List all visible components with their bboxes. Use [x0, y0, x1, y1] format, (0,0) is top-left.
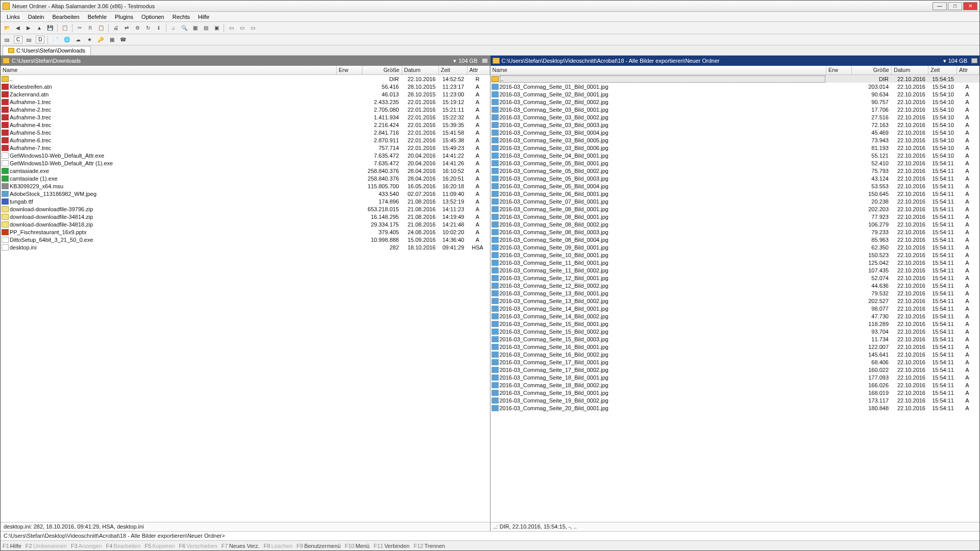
file-row[interactable]: 2016-03_Commag_Seite_08_Bild_0003.jpg79.… — [491, 228, 980, 236]
menu-befehle[interactable]: Befehle — [84, 13, 111, 21]
file-row[interactable]: 2016-03_Commag_Seite_03_Bild_0006.jpg81.… — [491, 144, 980, 152]
file-row[interactable]: 2016-03_Commag_Seite_18_Bild_0001.jpg177… — [491, 373, 980, 381]
file-row[interactable]: 2016-03_Commag_Seite_17_Bild_0001.jpg68.… — [491, 358, 980, 366]
col-date[interactable]: Datum — [892, 66, 928, 74]
file-row[interactable]: Aufnahme-4.trec2.216.42422.01.201615:39:… — [1, 121, 490, 129]
file-row[interactable]: GetWindows10-Web_Default_Attr (1).exe7.6… — [1, 159, 490, 167]
col-size[interactable]: Größe — [852, 66, 892, 74]
drive-icon[interactable] — [971, 58, 977, 63]
tool-forward-icon[interactable]: ▶ — [24, 23, 33, 33]
fkey-f7[interactable]: F7Neues Verz. — [219, 542, 262, 550]
file-row[interactable]: ..DIR22.10.201614:52:52R — [1, 75, 490, 83]
maximize-button[interactable]: □ — [948, 2, 962, 10]
menu-rechts[interactable]: Rechts — [168, 13, 194, 21]
file-row[interactable]: download-downloadfile-34818.zip29.334.17… — [1, 220, 490, 228]
tool-compare-icon[interactable]: ⇄ — [122, 23, 131, 33]
file-row[interactable]: 2016-03_Commag_Seite_13_Bild_0001.jpg79.… — [491, 289, 980, 297]
drive-star-icon[interactable]: ★ — [85, 35, 94, 44]
tool-clipboard-icon[interactable]: 📋 — [60, 23, 69, 33]
drive-ftp-icon[interactable]: ☁ — [74, 35, 83, 44]
file-row[interactable]: 2016-03_Commag_Seite_14_Bild_0001.jpg98.… — [491, 305, 980, 312]
right-filelist[interactable]: ..DIR22.10.201615:54:152016-03_Commag_Se… — [491, 75, 980, 522]
tool-paste-icon[interactable]: 📋 — [96, 23, 106, 33]
tool-home-icon[interactable]: ⌂ — [169, 23, 178, 33]
minimize-button[interactable]: — — [933, 2, 947, 10]
file-row[interactable]: 2016-03_Commag_Seite_13_Bild_0002.jpg202… — [491, 297, 980, 305]
col-name[interactable]: Name — [491, 66, 827, 74]
file-row[interactable]: 2016-03_Commag_Seite_20_Bild_0001.jpg180… — [491, 404, 980, 412]
file-row[interactable]: 2016-03_Commag_Seite_08_Bild_0001.jpg77.… — [491, 213, 980, 220]
file-row[interactable]: GetWindows10-Web_Default_Attr.exe7.635.4… — [1, 152, 490, 159]
tab-left-downloads[interactable]: C:\Users\Stefan\Downloads — [3, 46, 91, 55]
file-row[interactable]: Zackenrand.atn46.01328.10.201511:23:00A — [1, 90, 490, 98]
fkey-f1[interactable]: F1Hilfe — [1, 542, 23, 550]
tool-panel2-icon[interactable]: ▭ — [237, 23, 247, 33]
menu-links[interactable]: Links — [3, 13, 24, 21]
file-row[interactable]: 2016-03_Commag_Seite_12_Bild_0001.jpg52.… — [491, 274, 980, 282]
file-row[interactable]: 2016-03_Commag_Seite_19_Bild_0002.jpg173… — [491, 396, 980, 404]
drive-icon[interactable] — [482, 58, 488, 63]
menu-hilfe[interactable]: Hilfe — [194, 13, 213, 21]
tool-panel3-icon[interactable]: ▭ — [248, 23, 257, 33]
file-row[interactable]: 2016-03_Commag_Seite_02_Bild_0001.jpg90.… — [491, 90, 980, 98]
col-time[interactable]: Zeit — [928, 66, 957, 74]
drive-reg-icon[interactable]: ▦ — [107, 35, 116, 44]
file-row[interactable]: 2016-03_Commag_Seite_03_Bild_0002.jpg27.… — [491, 113, 980, 121]
file-row[interactable]: 2016-03_Commag_Seite_12_Bild_0002.jpg44.… — [491, 282, 980, 289]
right-pathbar[interactable]: C:\Users\Stefan\Desktop\Videoschnitt\Acr… — [491, 56, 980, 66]
file-row[interactable]: 2016-03_Commag_Seite_18_Bild_0002.jpg166… — [491, 381, 980, 389]
file-row[interactable]: 2016-03_Commag_Seite_16_Bild_0001.jpg122… — [491, 343, 980, 350]
drive-c-button[interactable]: C — [14, 36, 22, 43]
left-filelist[interactable]: ..DIR22.10.201614:52:52RKlebestreifen.at… — [1, 75, 490, 522]
file-row[interactable]: Aufnahme-7.trec757.71422.01.201615:49:23… — [1, 144, 490, 152]
drive-hdd-icon[interactable]: 🖴 — [3, 35, 12, 44]
tool-gear-icon[interactable]: ⚙ — [133, 23, 142, 33]
file-row[interactable]: 2016-03_Commag_Seite_08_Bild_0004.jpg85.… — [491, 236, 980, 243]
tool-save-icon[interactable]: 💾 — [45, 23, 55, 33]
file-row[interactable]: 2016-03_Commag_Seite_02_Bild_0002.jpg90.… — [491, 98, 980, 106]
file-row[interactable]: KB3099229_x64.msu115.805.70016.05.201616… — [1, 182, 490, 190]
file-row[interactable]: 2016-03_Commag_Seite_06_Bild_0001.jpg150… — [491, 190, 980, 197]
col-attr[interactable]: Attr — [468, 66, 490, 74]
fkey-f12[interactable]: F12Trennen — [411, 542, 447, 550]
file-row[interactable]: 2016-03_Commag_Seite_04_Bild_0001.jpg55.… — [491, 152, 980, 159]
file-row[interactable]: download-downloadfile-34814.zip16.148.29… — [1, 213, 490, 220]
file-row[interactable]: 2016-03_Commag_Seite_05_Bild_0003.jpg43.… — [491, 174, 980, 182]
drive-doc-icon[interactable]: 📄 — [51, 35, 60, 44]
file-row[interactable]: 2016-03_Commag_Seite_03_Bild_0003.jpg72.… — [491, 121, 980, 129]
drive-d-button[interactable]: D — [36, 36, 44, 43]
tool-cut-icon[interactable]: ✂ — [75, 23, 84, 33]
file-row[interactable]: 2016-03_Commag_Seite_03_Bild_0004.jpg45.… — [491, 129, 980, 136]
col-size[interactable]: Größe — [362, 66, 402, 74]
file-row[interactable]: Aufnahme-1.trec2.433.23522.01.201615:19:… — [1, 98, 490, 106]
file-row[interactable]: 2016-03_Commag_Seite_08_Bild_0001.jpg202… — [491, 205, 980, 213]
file-row[interactable]: tungab.ttf174.89621.08.201613:52:19A — [1, 197, 490, 205]
col-name[interactable]: Name — [1, 66, 337, 74]
tool-up-icon[interactable]: ▲ — [35, 23, 44, 33]
file-row[interactable]: AdobeStock_113186982_WM.jpeg433.54002.07… — [1, 190, 490, 197]
file-row[interactable]: 2016-03_Commag_Seite_15_Bild_0002.jpg93.… — [491, 328, 980, 335]
file-row[interactable]: 2016-03_Commag_Seite_17_Bild_0002.jpg160… — [491, 366, 980, 373]
file-row[interactable]: 2016-03_Commag_Seite_10_Bild_0001.jpg150… — [491, 251, 980, 259]
file-row[interactable]: 2016-03_Commag_Seite_07_Bild_0001.jpg20.… — [491, 197, 980, 205]
file-row[interactable]: 2016-03_Commag_Seite_19_Bild_0001.jpg168… — [491, 389, 980, 396]
fkey-f10[interactable]: F10Menü — [342, 542, 372, 550]
tool-copy-icon[interactable]: ⎘ — [86, 23, 95, 33]
menu-plugins[interactable]: Plugins — [111, 13, 137, 21]
file-row[interactable]: 2016-03_Commag_Seite_15_Bild_0003.jpg11.… — [491, 335, 980, 343]
file-row[interactable]: desktop.ini28218.10.201609:41:29HSA — [1, 243, 490, 251]
menu-bearbeiten[interactable]: Bearbeiten — [48, 13, 83, 21]
col-attr[interactable]: Attr — [957, 66, 979, 74]
fkey-f9[interactable]: F9Benutzermenü — [295, 542, 342, 550]
fkey-f11[interactable]: F11Verbinden — [372, 542, 412, 550]
drive-hdd2-icon[interactable]: 🖴 — [24, 35, 34, 44]
tool-back-icon[interactable]: ◀ — [13, 23, 22, 33]
tool-print-icon[interactable]: 🖨 — [111, 23, 120, 33]
left-pathbar[interactable]: C:\Users\Stefan\Downloads ▾ 104 GB — [1, 56, 490, 66]
tool-refresh-icon[interactable]: ↻ — [143, 23, 153, 33]
file-row[interactable]: 2016-03_Commag_Seite_05_Bild_0001.jpg52.… — [491, 159, 980, 167]
col-time[interactable]: Zeit — [439, 66, 468, 74]
file-row[interactable]: DittoSetup_64bit_3_21_50_0.exe10.998.888… — [1, 236, 490, 243]
file-row[interactable]: camtasiade.exe258.840.37628.04.201616:10… — [1, 167, 490, 174]
file-row[interactable]: 2016-03_Commag_Seite_16_Bild_0002.jpg145… — [491, 350, 980, 358]
